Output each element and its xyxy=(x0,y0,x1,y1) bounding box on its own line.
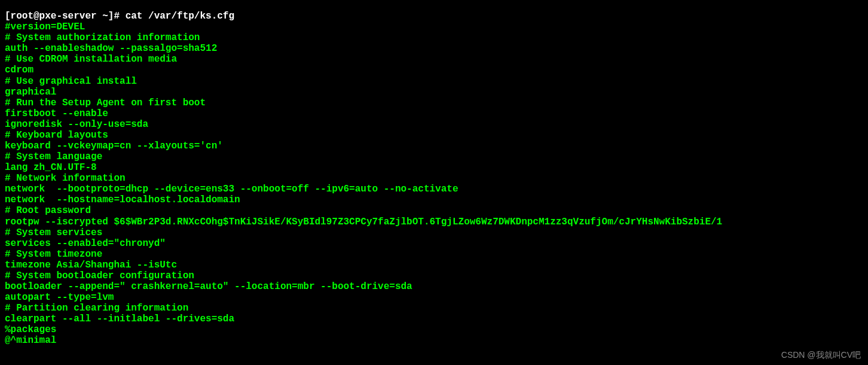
output-line: timezone Asia/Shanghai --isUtc xyxy=(5,260,863,270)
output-line: lang zh_CN.UTF-8 xyxy=(5,162,863,173)
output-line: auth --enableshadow --passalgo=sha512 xyxy=(5,43,863,54)
output-line: bootloader --append=" crashkernel=auto" … xyxy=(5,281,863,292)
output-line: # System bootloader configuration xyxy=(5,270,863,281)
output-line: services --enabled="chronyd" xyxy=(5,238,863,249)
output-line: # Keyboard layouts xyxy=(5,130,863,141)
output-line: graphical xyxy=(5,87,863,98)
output-line: # Run the Setup Agent on first boot xyxy=(5,98,863,108)
watermark-text: CSDN @我就叫CV吧 xyxy=(781,351,861,360)
output-line: #version=DEVEL xyxy=(5,22,863,32)
output-line: ignoredisk --only-use=sda xyxy=(5,119,863,130)
output-line: # System language xyxy=(5,151,863,162)
shell-command: cat /var/ftp/ks.cfg xyxy=(126,11,234,22)
output-line: # System authorization information xyxy=(5,32,863,43)
output-line: # Use graphical install xyxy=(5,76,863,87)
output-line: rootpw --iscrypted $6$WBr2P3d.RNXcCOhg$T… xyxy=(5,217,863,227)
output-line: # Network information xyxy=(5,173,863,184)
output-line: # System services xyxy=(5,227,863,238)
output-line: cdrom xyxy=(5,65,863,75)
output-line: firstboot --enable xyxy=(5,108,863,119)
output-line: network --bootproto=dhcp --device=ens33 … xyxy=(5,184,863,194)
output-line: clearpart --all --initlabel --drives=sda xyxy=(5,314,863,324)
output-line: # Partition clearing information xyxy=(5,303,863,314)
output-line: keyboard --vckeymap=cn --xlayouts='cn' xyxy=(5,141,863,151)
terminal-output[interactable]: [root@pxe-server ~]# cat /var/ftp/ks.cfg… xyxy=(5,0,863,357)
output-line: # System timezone xyxy=(5,249,863,260)
output-line: # Use CDROM installation media xyxy=(5,54,863,65)
output-line: network --hostname=localhost.localdomain xyxy=(5,194,863,205)
output-line: # Root password xyxy=(5,205,863,216)
output-line: @^minimal xyxy=(5,335,863,346)
output-line: autopart --type=lvm xyxy=(5,292,863,303)
shell-prompt: [root@pxe-server ~]# xyxy=(5,11,126,22)
output-line: %packages xyxy=(5,324,863,335)
prompt-line: [root@pxe-server ~]# cat /var/ftp/ks.cfg xyxy=(5,11,863,22)
